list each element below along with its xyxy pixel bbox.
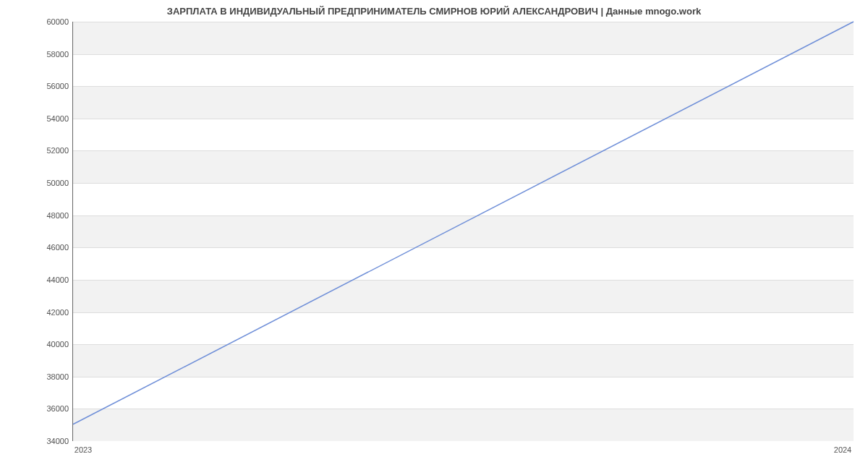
y-tick-label: 54000 [40,114,69,123]
y-tick-label: 50000 [40,179,69,187]
y-tick-label: 60000 [40,17,69,26]
salary-chart: ЗАРПЛАТА В ИНДИВИДУАЛЬНЫЙ ПРЕДПРИНИМАТЕЛ… [0,0,868,470]
y-tick-label: 44000 [40,275,69,284]
chart-title: ЗАРПЛАТА В ИНДИВИДУАЛЬНЫЙ ПРЕДПРИНИМАТЕЛ… [0,6,868,17]
y-tick-label: 52000 [40,146,69,155]
y-tick-label: 56000 [40,82,69,90]
y-tick-label: 46000 [40,243,69,252]
y-tick-label: 48000 [40,211,69,220]
series-line [73,22,854,440]
y-tick-label: 38000 [40,372,69,381]
y-tick-label: 40000 [40,340,69,349]
y-tick-label: 34000 [40,437,69,445]
y-tick-label: 36000 [40,404,69,413]
x-tick-label: 2024 [834,445,851,454]
x-tick-label: 2023 [75,445,92,454]
svg-line-0 [73,22,854,424]
y-tick-label: 42000 [40,308,69,317]
y-tick-label: 58000 [40,50,69,59]
plot-area [72,22,854,441]
